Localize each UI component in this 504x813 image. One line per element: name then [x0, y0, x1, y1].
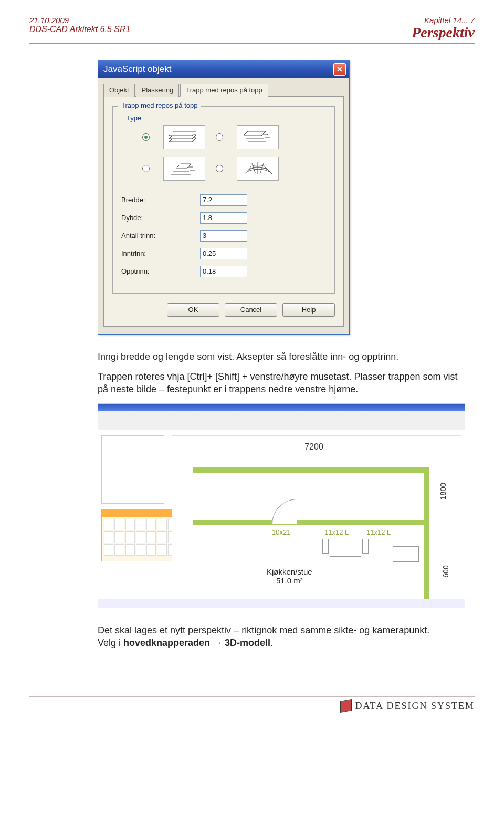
paragraph-3b-suffix: . [270, 638, 273, 648]
tab-label: Objekt [109, 86, 129, 94]
wall-interior [193, 520, 429, 525]
palette-item [104, 544, 113, 556]
palette-item [146, 519, 156, 530]
input-inntrinn[interactable] [200, 248, 247, 259]
header-product: DDS-CAD Arkitekt 6.5 SR1 [29, 25, 130, 41]
paragraph-3a: Det skal lages et nytt perspektiv – rikt… [98, 625, 429, 635]
close-button[interactable]: ✕ [333, 63, 346, 76]
furniture-chair [362, 539, 369, 554]
palette-item [125, 544, 135, 556]
dialog-title: JavaScript objekt [103, 64, 171, 75]
palette-item [125, 519, 135, 530]
stair-type-radio-2[interactable] [216, 133, 223, 141]
plan-window-titlebar [98, 404, 465, 411]
dimension-value: 7200 [304, 442, 323, 451]
palette-item [114, 519, 124, 530]
palette-grid [102, 517, 180, 558]
input-dybde[interactable] [200, 212, 247, 224]
door-label: 10x21 [272, 528, 290, 536]
palette-item [136, 531, 145, 543]
window-label-1: 11x12 L [324, 528, 349, 536]
wall-right [424, 467, 429, 604]
svg-marker-5 [244, 131, 266, 136]
cancel-button[interactable]: Cancel [225, 303, 277, 317]
dimension-line-icon [204, 456, 424, 456]
furniture-table [330, 536, 361, 557]
bold-hovedknapperaden: hovedknapperaden [123, 638, 210, 648]
stair-type-radio-3[interactable] [142, 165, 150, 172]
palette-item [157, 531, 166, 543]
tab-plassering[interactable]: Plassering [136, 84, 180, 97]
palette-item [136, 544, 145, 556]
room-area: 51.0 m² [267, 576, 312, 585]
button-label: OK [188, 306, 198, 314]
help-button[interactable]: Help [282, 303, 335, 317]
input-opptrinn[interactable] [200, 266, 247, 277]
dialog-body: Objekt Plassering Trapp med repos på top… [98, 78, 349, 334]
stair-type-radio-4[interactable] [216, 165, 223, 172]
groupbox-title: Trapp med repos på topp [118, 101, 201, 109]
content-column: JavaScript objekt ✕ Objekt Plassering Tr… [29, 44, 475, 649]
dialog-titlebar: JavaScript objekt ✕ [98, 60, 349, 78]
header-date: 21.10.2009 [29, 16, 69, 25]
dimension-value: 600 [441, 565, 449, 577]
palette-item [114, 544, 124, 556]
wall-top [193, 467, 429, 473]
tab-label: Plassering [142, 86, 174, 94]
room-label: Kjøkken/stue 51.0 m² [267, 567, 312, 585]
radio-dot-icon [144, 136, 148, 139]
field-label: Opptrinn: [121, 267, 200, 275]
field-dybde: Dybde: [121, 212, 326, 224]
type-label: Type [127, 114, 326, 122]
palette-item [125, 531, 135, 543]
dimension-value: 1800 [438, 483, 447, 500]
tab-trapp[interactable]: Trapp med repos på topp [180, 84, 268, 97]
dimension-top: 7200 [204, 442, 424, 452]
footer-logo: DATA DESIGN SYSTEM [340, 700, 475, 712]
page: 21.10.2009 Kapittel 14... 7 DDS-CAD Arki… [0, 0, 504, 733]
window-label-2: 11x12 L [366, 528, 391, 536]
svg-marker-2 [169, 131, 196, 136]
field-antall-trinn: Antall trinn: [121, 230, 326, 242]
drawing-inner: 7200 1800 600 10x21 11x12 L 11x12 [172, 436, 461, 597]
close-icon: ✕ [337, 65, 343, 74]
page-title: Perspektiv [412, 25, 475, 41]
palette-item [104, 531, 113, 543]
stair-sketch-2 [237, 125, 279, 149]
stair-type-radio-1[interactable] [142, 133, 150, 141]
furniture-counter [393, 546, 419, 562]
plan-screenshot: 7200 1800 600 10x21 11x12 L 11x12 [98, 403, 465, 608]
ok-button[interactable]: OK [167, 303, 219, 317]
palette-item [104, 519, 113, 530]
field-label: Bredde: [121, 196, 200, 204]
stair-sketch-4 [237, 157, 279, 181]
plan-toolbar [98, 411, 465, 430]
field-opptrinn: Opptrinn: [121, 266, 326, 277]
field-list: Bredde: Dybde: Antall trinn: [121, 194, 326, 277]
header-row-2: DDS-CAD Arkitekt 6.5 SR1 Perspektiv [29, 25, 475, 41]
plan-statusbar [98, 599, 465, 608]
field-bredde: Bredde: [121, 194, 326, 206]
plan-palette [101, 509, 180, 561]
field-label: Antall trinn: [121, 232, 200, 239]
stair-sketch-1 [163, 125, 205, 149]
paragraph-1: Inngi bredde og lengde som vist. Aksepte… [98, 350, 465, 363]
plan-tree-pane [101, 435, 164, 504]
palette-item [157, 544, 166, 556]
button-label: Help [302, 306, 316, 314]
stair-sketch-3 [163, 157, 205, 181]
header-row-1: 21.10.2009 Kapittel 14... 7 [29, 16, 475, 25]
tab-row: Objekt Plassering Trapp med repos på top… [103, 84, 344, 97]
paragraph-3: Det skal lages et nytt perspektiv – rikt… [98, 624, 465, 650]
palette-item [136, 519, 145, 530]
input-antall-trinn[interactable] [200, 230, 247, 242]
plan-drawing-area: 7200 1800 600 10x21 11x12 L 11x12 [172, 435, 461, 597]
room-name: Kjøkken/stue [267, 567, 312, 576]
palette-item [157, 519, 166, 530]
tab-objekt[interactable]: Objekt [103, 84, 135, 97]
input-bredde[interactable] [200, 194, 247, 206]
field-label: Dybde: [121, 214, 200, 222]
type-grid [142, 125, 326, 181]
palette-item [146, 531, 156, 543]
field-inntrinn: Inntrinn: [121, 248, 326, 259]
